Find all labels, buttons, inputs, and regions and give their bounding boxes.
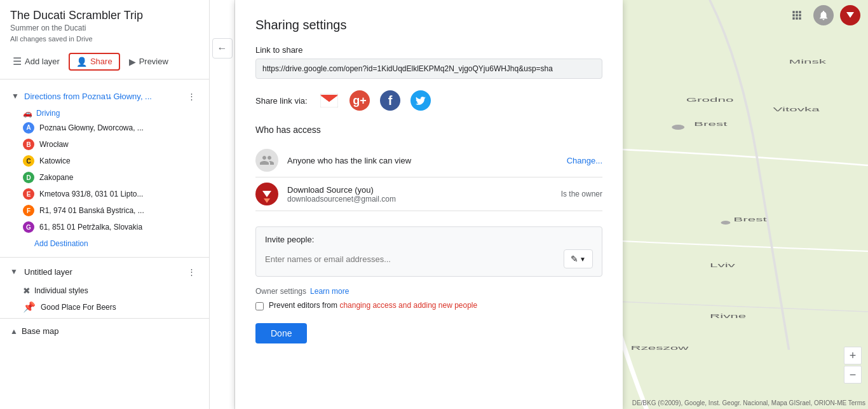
untitled-layer-section: ▼ Untitled layer ⋮ ✖ Individual styles 📌…	[0, 260, 209, 315]
user-avatar-button[interactable]	[840, 5, 860, 25]
invite-input[interactable]	[265, 254, 559, 264]
invite-label: Invite people:	[265, 235, 593, 244]
directions-layer: ▼ Directions from Poznaน Głowny, ... ⋮ 🚗…	[0, 82, 209, 254]
learn-more-link[interactable]: Learn more	[310, 287, 349, 296]
link-label: Link to share	[255, 45, 602, 55]
add-destination-link[interactable]: Add Destination	[0, 235, 209, 252]
facebook-share-button[interactable]: f	[379, 89, 402, 112]
base-map-toggle-icon: ▲	[10, 327, 18, 336]
untitled-layer-header[interactable]: ▼ Untitled layer ⋮	[0, 260, 209, 283]
sidebar: The Ducati Scrambler Trip Summer on the …	[0, 0, 210, 409]
prevent-row: Prevent editors from changing access and…	[255, 301, 602, 310]
invite-row: ✎ ▼	[265, 249, 593, 268]
waypoint-a[interactable]: A Poznaน Głowny, Dworcowa, ...	[0, 119, 209, 136]
divider-1	[0, 79, 209, 80]
untitled-toggle-icon: ▼	[10, 267, 20, 276]
anyone-access-row: Anyone who has the link can view Change.…	[255, 144, 602, 177]
waypoint-b[interactable]: B Wrocław	[0, 136, 209, 153]
svg-text:Brest: Brest	[733, 216, 767, 223]
zoom-out-button[interactable]: −	[844, 366, 862, 384]
user-role: Is the owner	[561, 190, 602, 198]
style-icon: ✖	[23, 286, 31, 296]
share-label: Share	[90, 57, 112, 66]
done-button[interactable]: Done	[255, 323, 307, 343]
waypoint-g[interactable]: G 61, 851 01 Petržalka, Slovakia	[0, 219, 209, 235]
map-subtitle: Summer on the Ducati	[10, 24, 199, 32]
user-access-info: Download Source (you) downloadsourcenet@…	[287, 185, 561, 204]
waypoint-icon-g: G	[23, 221, 34, 233]
sidebar-header: The Ducati Scrambler Trip Summer on the …	[0, 0, 209, 46]
user-email: downloadsourcenet@gmail.com	[287, 195, 561, 204]
layer-title: Directions from Poznaน Głowny, ...	[24, 90, 184, 103]
untitled-layer-menu-button[interactable]: ⋮	[184, 264, 199, 279]
gplus-share-button[interactable]: g+	[348, 89, 371, 112]
prevent-label: Prevent editors from changing access and…	[269, 301, 477, 310]
twitter-share-button[interactable]	[409, 89, 432, 112]
dropdown-icon: ▼	[580, 256, 586, 263]
anyone-access-name: Anyone who has the link can view	[287, 156, 567, 165]
untitled-layer-title: Untitled layer	[24, 267, 184, 277]
add-layer-label: Add layer	[25, 57, 60, 66]
saved-status: All changes saved in Drive	[10, 35, 199, 43]
share-button[interactable]: 👤 Share	[69, 53, 120, 71]
place-item[interactable]: 📌 Good Place For Beers	[0, 298, 209, 315]
divider-3	[0, 318, 209, 319]
sidebar-actions: ☰ Add layer 👤 Share ▶ Preview	[0, 46, 209, 76]
svg-point-12	[721, 221, 730, 225]
zoom-in-button[interactable]: +	[844, 347, 862, 364]
driving-icon: 🚗	[23, 109, 32, 118]
notifications-button[interactable]	[813, 5, 834, 25]
preview-label: Preview	[139, 57, 168, 66]
gmail-share-button[interactable]	[318, 89, 341, 112]
top-bar	[779, 0, 868, 31]
waypoint-c[interactable]: C Katowice	[0, 153, 209, 169]
share-via-section: Share link via: g+	[255, 89, 602, 112]
svg-text:Rivne: Rivne	[710, 313, 746, 319]
place-name: Good Place For Beers	[41, 303, 116, 312]
svg-text:Vitovka: Vitovka	[773, 106, 820, 113]
app-container: The Ducati Scrambler Trip Summer on the …	[0, 0, 868, 409]
svg-text:Lviv: Lviv	[710, 262, 735, 268]
individual-styles-item[interactable]: ✖ Individual styles	[0, 283, 209, 298]
layer-header[interactable]: ▼ Directions from Poznaน Głowny, ... ⋮	[0, 85, 209, 107]
svg-text:Rzeszow: Rzeszow	[631, 345, 689, 351]
anyone-access-info: Anyone who has the link can view	[287, 156, 567, 165]
user-avatar	[255, 183, 278, 205]
preview-button[interactable]: ▶ Preview	[123, 53, 175, 71]
svg-text:Brest: Brest	[694, 121, 728, 127]
waypoint-e-text: Kmetova 931/8, 031 01 Lipto...	[39, 190, 143, 198]
ds-icon	[255, 183, 278, 205]
invite-permission-button[interactable]: ✎ ▼	[564, 249, 593, 268]
waypoint-f[interactable]: F R1, 974 01 Banská Bystrica, ...	[0, 202, 209, 219]
add-layer-button[interactable]: ☰ Add layer	[6, 52, 66, 71]
modal-title: Sharing settings	[255, 18, 602, 32]
apps-button[interactable]	[787, 5, 807, 25]
waypoint-icon-e: E	[23, 188, 34, 200]
waypoint-d-text: Zakopane	[39, 173, 73, 182]
nav-back-button[interactable]: ←	[212, 38, 233, 59]
prevent-checkbox[interactable]	[255, 302, 264, 310]
add-layer-icon: ☰	[13, 55, 22, 67]
waypoint-icon-c: C	[23, 155, 34, 167]
owner-settings-label: Owner settings	[255, 287, 306, 296]
waypoint-e[interactable]: E Kmetova 931/8, 031 01 Lipto...	[0, 186, 209, 202]
base-map-section[interactable]: ▲ Base map	[0, 321, 209, 341]
change-link[interactable]: Change...	[567, 156, 602, 165]
ds-chevron-icon	[264, 198, 270, 203]
layer-menu-button[interactable]: ⋮	[184, 88, 199, 104]
waypoint-b-text: Wrocław	[39, 140, 69, 149]
waypoint-d[interactable]: D Zakopane	[0, 169, 209, 186]
link-input[interactable]	[255, 59, 602, 79]
user-access-row: Download Source (you) downloadsourcenet@…	[255, 177, 602, 211]
waypoint-a-text: Poznaน Głowny, Dworcowa, ...	[39, 121, 144, 134]
map-nav: ←	[210, 0, 235, 409]
pencil-icon: ✎	[571, 254, 578, 264]
layer-toggle-icon: ▼	[10, 91, 20, 101]
place-icon: 📌	[23, 301, 36, 313]
anyone-avatar	[255, 149, 278, 172]
map-attribution: DE/BKG (©2009), Google, Inst. Geogr. Nac…	[632, 399, 865, 406]
svg-text:f: f	[388, 94, 392, 107]
waypoint-icon-d: D	[23, 172, 34, 183]
waypoint-c-text: Katowice	[39, 156, 71, 165]
svg-point-10	[672, 125, 684, 130]
